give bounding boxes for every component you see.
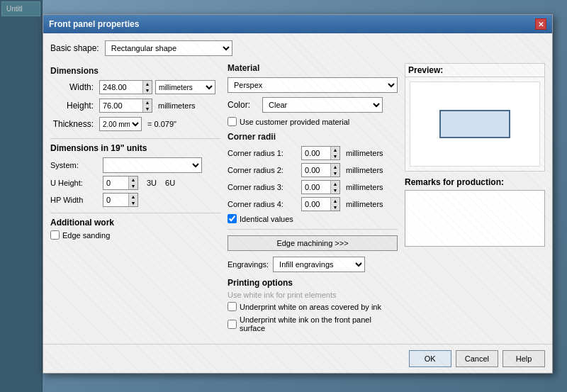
- remarks-textarea[interactable]: [405, 190, 545, 247]
- taskbar-tab[interactable]: Untitl: [1, 1, 40, 16]
- material-header: Material: [228, 63, 398, 73]
- printing-note: Use white ink for print elements: [228, 291, 398, 299]
- uheight-label: U Height:: [50, 179, 100, 187]
- width-unit-select[interactable]: millimeters: [155, 80, 215, 94]
- uheight-input-wrap: ▲ ▼: [103, 176, 138, 190]
- thickness-label: Thickness:: [50, 119, 96, 129]
- underprint-ink-label: Underprint white on areas covered by ink: [240, 303, 381, 311]
- customer-material-row: Use customer provided material: [228, 117, 398, 126]
- engravings-select[interactable]: Infill engravings: [273, 257, 365, 272]
- radius4-spin-up[interactable]: ▲: [331, 198, 339, 204]
- dialog-title: Front panel properties: [49, 19, 139, 29]
- height-spin-up[interactable]: ▲: [143, 99, 152, 106]
- width-row: Width: ▲ ▼ millimeters: [50, 80, 220, 94]
- radius3-label: Corner radius 3:: [228, 183, 298, 191]
- taskbar-left: Untitl: [0, 0, 43, 392]
- hp-spin-up[interactable]: ▲: [129, 194, 137, 200]
- radius4-input-wrap: ▲ ▼: [301, 197, 340, 211]
- system-select[interactable]: [103, 157, 202, 173]
- edge-machining-button[interactable]: Edge machining >>>: [228, 235, 398, 251]
- basic-shape-row: Basic shape: Rectangular shape: [50, 40, 545, 56]
- height-spinner: ▲ ▼: [142, 99, 152, 112]
- material-select[interactable]: Perspex: [228, 77, 398, 93]
- width-label: Width:: [50, 82, 96, 92]
- customer-material-checkbox[interactable]: [228, 117, 237, 126]
- radius3-spin-down[interactable]: ▼: [331, 187, 339, 194]
- help-button[interactable]: Help: [503, 350, 545, 367]
- radius1-unit: millimeters: [346, 149, 383, 157]
- dialog-content: Basic shape: Rectangular shape Dimension…: [43, 33, 552, 344]
- hp-input-wrap: ▲ ▼: [103, 193, 138, 207]
- front-panel-properties-dialog: Front panel properties ✕ Basic shape: Re…: [43, 14, 553, 374]
- radius2-input[interactable]: [302, 164, 330, 177]
- radius1-label: Corner radius 1:: [228, 149, 298, 157]
- height-spin-down[interactable]: ▼: [143, 106, 152, 112]
- radius4-spin-down[interactable]: ▼: [331, 204, 339, 211]
- printing-options-section: Printing options Use white ink for print…: [228, 278, 398, 332]
- radius2-spinner: ▲ ▼: [330, 164, 339, 177]
- uheight-6u: 6U: [165, 179, 175, 187]
- uheight-spinner: ▲ ▼: [128, 177, 137, 189]
- width-spin-up[interactable]: ▲: [143, 81, 152, 87]
- radius2-spin-down[interactable]: ▼: [331, 170, 339, 177]
- uheight-spin-down[interactable]: ▼: [129, 183, 137, 189]
- hp-row: HP Width ▲ ▼: [50, 193, 220, 207]
- edge-sanding-checkbox[interactable]: [50, 230, 60, 240]
- radius1-row: Corner radius 1: ▲ ▼ millimeters: [228, 146, 398, 160]
- radius3-spin-up[interactable]: ▲: [331, 181, 339, 187]
- height-row: Height: ▲ ▼ millimeters: [50, 99, 220, 113]
- width-spinner: ▲ ▼: [142, 81, 152, 94]
- radius3-input-wrap: ▲ ▼: [301, 180, 340, 194]
- dialog-footer: OK Cancel Help: [43, 344, 552, 373]
- uheight-3u: 3U: [147, 179, 157, 187]
- radius2-spin-up[interactable]: ▲: [331, 164, 339, 170]
- engravings-row: Engravings: Infill engravings: [228, 257, 398, 272]
- close-button[interactable]: ✕: [535, 18, 546, 30]
- height-input[interactable]: [100, 99, 142, 112]
- dims19-header: Dimensions in 19" units: [50, 143, 220, 153]
- identical-row: Identical values: [228, 214, 398, 223]
- edge-sanding-label: Edge sanding: [62, 231, 110, 240]
- width-input[interactable]: [100, 81, 142, 94]
- width-spin-down[interactable]: ▼: [143, 87, 152, 94]
- radius3-spinner: ▲ ▼: [330, 181, 339, 194]
- color-select[interactable]: Clear: [262, 97, 383, 113]
- underprint-ink-checkbox[interactable]: [228, 302, 237, 311]
- three-column-layout: Dimensions Width: ▲ ▼ millimeters: [50, 63, 545, 337]
- preview-area: [410, 82, 540, 167]
- mid-divider: [228, 229, 398, 230]
- radius3-input[interactable]: [302, 181, 330, 194]
- hp-spin-down[interactable]: ▼: [129, 200, 137, 206]
- engravings-label: Engravings:: [228, 260, 269, 269]
- edge-sanding-row: Edge sanding: [50, 230, 220, 240]
- basic-shape-select[interactable]: Rectangular shape: [105, 40, 232, 56]
- corner-radii-section: Corner radii Corner radius 1: ▲ ▼ millim…: [228, 132, 398, 223]
- identical-label: Identical values: [240, 215, 293, 223]
- thickness-select[interactable]: 2.00 mm: [99, 117, 142, 131]
- radius1-spin-down[interactable]: ▼: [331, 153, 339, 159]
- radius4-spinner: ▲ ▼: [330, 198, 339, 211]
- ok-button[interactable]: OK: [409, 350, 451, 367]
- hp-input[interactable]: [103, 194, 128, 206]
- radius3-unit: millimeters: [346, 183, 383, 191]
- identical-checkbox[interactable]: [228, 214, 237, 223]
- color-label: Color:: [228, 100, 259, 110]
- radius3-row: Corner radius 3: ▲ ▼ millimeters: [228, 180, 398, 194]
- dims19-section: Dimensions in 19" units System: U Height…: [50, 138, 220, 207]
- remarks-section: Remarks for production:: [405, 177, 545, 249]
- underprint-surface-label: Underprint white ink on the front panel …: [240, 315, 398, 332]
- uheight-spin-up[interactable]: ▲: [129, 177, 137, 183]
- height-input-wrap: ▲ ▼: [99, 99, 152, 113]
- radius4-input[interactable]: [302, 198, 330, 211]
- underprint-surface-checkbox[interactable]: [228, 320, 237, 329]
- radius1-input[interactable]: [302, 147, 330, 159]
- preview-rectangle: [439, 110, 510, 138]
- basic-shape-label: Basic shape:: [50, 43, 99, 53]
- radius2-row: Corner radius 2: ▲ ▼ millimeters: [228, 163, 398, 177]
- corner-radii-header: Corner radii: [228, 132, 398, 142]
- uheight-input[interactable]: [103, 177, 128, 189]
- cancel-button[interactable]: Cancel: [456, 350, 498, 367]
- middle-column: Material Perspex Color: Clear Use custom…: [228, 63, 398, 337]
- radius1-spinner: ▲ ▼: [330, 147, 339, 159]
- radius1-spin-up[interactable]: ▲: [331, 147, 339, 153]
